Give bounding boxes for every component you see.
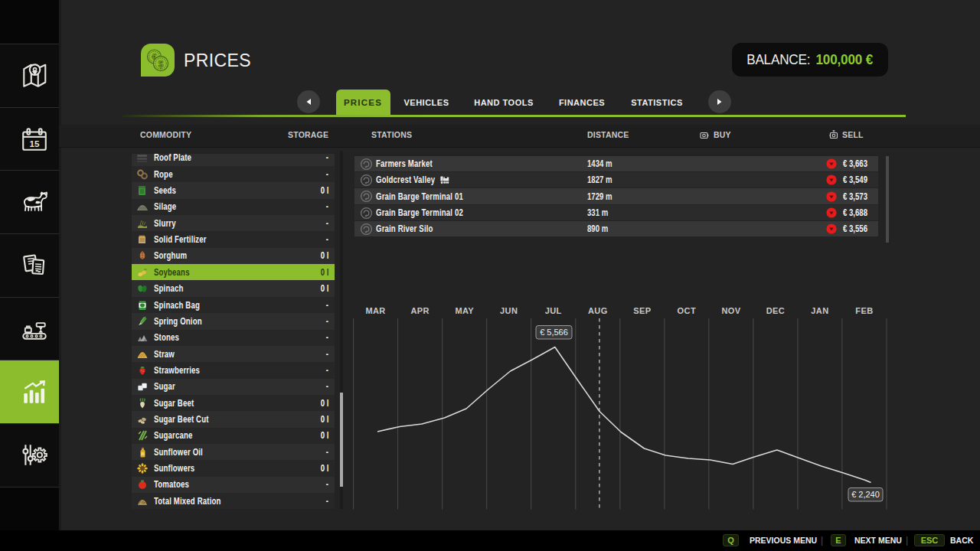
svg-text:MAY: MAY [455, 306, 474, 315]
svg-text:AUG: AUG [588, 306, 608, 315]
svg-text:NOV: NOV [721, 306, 740, 315]
svg-text:DEC: DEC [766, 306, 785, 315]
svg-text:SEP: SEP [633, 306, 651, 315]
svg-text:OCT: OCT [678, 306, 696, 315]
svg-text:€ 5,566: € 5,566 [540, 328, 568, 337]
svg-text:APR: APR [410, 306, 429, 315]
svg-text:MAR: MAR [365, 306, 385, 315]
svg-text:JUN: JUN [500, 306, 518, 315]
svg-text:JUL: JUL [545, 306, 562, 315]
svg-text:JAN: JAN [811, 306, 828, 315]
svg-text:FEB: FEB [855, 306, 873, 315]
svg-text:€ 2,240: € 2,240 [851, 490, 880, 499]
